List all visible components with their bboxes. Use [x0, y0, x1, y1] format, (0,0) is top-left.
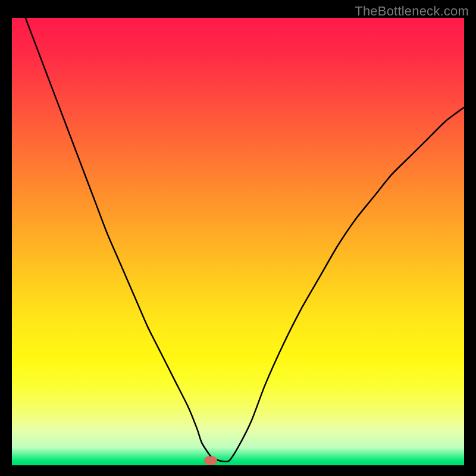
minimum-marker: [204, 456, 217, 465]
chart-container: TheBottleneck.com: [0, 0, 476, 476]
watermark-text: TheBottleneck.com: [355, 4, 469, 19]
plot-background: [12, 18, 464, 465]
